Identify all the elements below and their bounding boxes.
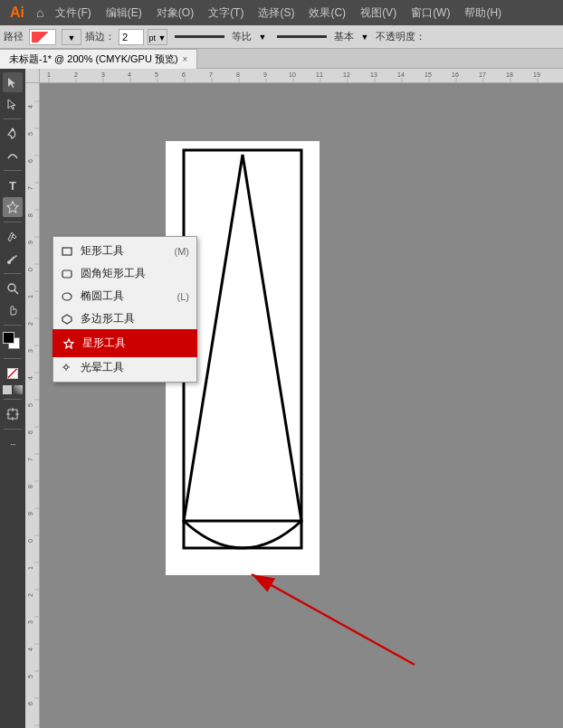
svg-text:0: 0 <box>27 268 33 271</box>
rect-tool-shortcut: (M) <box>175 246 190 257</box>
svg-text:2: 2 <box>27 593 33 597</box>
basic-dropdown[interactable]: ▼ <box>358 29 372 45</box>
svg-text:3: 3 <box>101 71 105 78</box>
svg-text:9: 9 <box>27 512 33 515</box>
left-toolbar: T <box>0 69 25 728</box>
curvature-tool[interactable] <box>3 146 23 165</box>
svg-text:16: 16 <box>452 71 459 78</box>
ruler-top-svg: 1 2 3 4 5 6 7 8 9 <box>40 69 563 83</box>
color-area <box>3 332 23 352</box>
svg-text:6: 6 <box>27 702 33 705</box>
svg-text:10: 10 <box>289 71 296 78</box>
stroke-width-input[interactable] <box>119 29 144 45</box>
ruler-corner <box>25 69 40 83</box>
tab-bar: 未标题-1* @ 200% (CMYK/GPU 预览) × <box>0 49 563 69</box>
svg-text:15: 15 <box>425 71 432 78</box>
stroke-color-picker[interactable] <box>29 29 56 45</box>
color-mode-area <box>3 385 23 394</box>
svg-text:11: 11 <box>316 71 323 78</box>
text-tool[interactable]: T <box>3 175 23 195</box>
svg-text:0: 0 <box>27 539 33 543</box>
document-tab[interactable]: 未标题-1* @ 200% (CMYK/GPU 预览) × <box>0 49 197 69</box>
home-icon[interactable]: ⌂ <box>33 5 47 20</box>
menu-file[interactable]: 文件(F) <box>49 4 97 23</box>
eyedropper-tool[interactable] <box>3 249 23 269</box>
svg-text:18: 18 <box>506 71 513 78</box>
dropdown-item-star[interactable]: 星形工具 <box>53 330 196 356</box>
svg-marker-102 <box>64 339 73 348</box>
dropdown-item-rect[interactable]: 矩形工具 (M) <box>53 240 196 262</box>
main-area: T <box>0 69 563 728</box>
svg-point-0 <box>12 128 14 131</box>
svg-text:4: 4 <box>27 376 33 380</box>
dropdown-item-rounded-rect[interactable]: 圆角矩形工具 <box>53 262 196 285</box>
dropdown-item-flare[interactable]: 光晕工具 <box>53 356 196 379</box>
toolbar-sep4 <box>4 273 22 274</box>
star-tool-icon <box>62 337 75 350</box>
rounded-rect-tool-icon <box>61 268 73 280</box>
menu-window[interactable]: 窗口(W) <box>405 4 456 23</box>
stroke-preview2 <box>277 35 327 38</box>
svg-text:3: 3 <box>27 349 33 353</box>
svg-text:7: 7 <box>27 186 33 190</box>
paint-bucket-tool[interactable] <box>3 227 23 247</box>
menu-text[interactable]: 文字(T) <box>202 4 250 23</box>
svg-line-5 <box>14 290 18 294</box>
svg-line-109 <box>252 574 415 665</box>
color-mode-gradient[interactable] <box>14 385 23 394</box>
color-mode-color[interactable] <box>3 385 12 394</box>
opacity-label: 不透明度： <box>376 30 425 43</box>
menu-object[interactable]: 对象(O) <box>150 4 200 23</box>
canvas-area[interactable]: 1 2 3 4 5 6 7 8 9 <box>25 69 563 728</box>
svg-text:6: 6 <box>27 159 33 163</box>
svg-rect-98 <box>62 248 72 255</box>
zoom-tool[interactable] <box>3 279 23 298</box>
fill-none[interactable] <box>3 364 23 383</box>
hand-tool[interactable] <box>3 300 23 320</box>
equal-dropdown[interactable]: ▼ <box>255 29 270 45</box>
fill-color-front[interactable] <box>3 332 14 344</box>
svg-text:13: 13 <box>370 71 377 78</box>
menu-view[interactable]: 视图(V) <box>354 4 403 23</box>
stroke-unit-select[interactable]: pt ▼ <box>148 29 167 45</box>
select-tool[interactable] <box>3 72 23 92</box>
svg-rect-99 <box>62 270 72 278</box>
ellipse-tool-shortcut: (L) <box>177 291 189 302</box>
svg-text:3: 3 <box>27 620 33 624</box>
path-label: 路径 <box>4 30 24 43</box>
shape-tool[interactable] <box>3 197 23 217</box>
dropdown-item-ellipse[interactable]: 椭圆工具 (L) <box>53 285 196 307</box>
toolbar-sep2 <box>4 170 22 171</box>
direct-select-tool[interactable] <box>3 94 23 114</box>
menu-help[interactable]: 帮助(H) <box>458 4 508 23</box>
menu-effect[interactable]: 效果(C) <box>302 4 352 23</box>
rect-tool-icon <box>61 245 73 258</box>
polygon-tool-label: 多边形工具 <box>81 311 135 326</box>
svg-text:12: 12 <box>343 71 350 78</box>
dropdown-item-polygon[interactable]: 多边形工具 <box>53 307 196 330</box>
svg-point-3 <box>7 260 11 264</box>
menu-select[interactable]: 选择(S) <box>252 4 301 23</box>
artboard-tool[interactable] <box>3 404 23 424</box>
menu-edit[interactable]: 编辑(E) <box>100 4 148 23</box>
equal-label: 等比 <box>232 30 252 43</box>
svg-text:19: 19 <box>533 71 540 78</box>
ellipse-tool-icon <box>61 290 73 303</box>
svg-text:2: 2 <box>74 71 78 78</box>
svg-text:4: 4 <box>27 648 33 651</box>
tab-close-btn[interactable]: × <box>183 54 188 64</box>
ruler-top: 1 2 3 4 5 6 7 8 9 <box>40 69 563 83</box>
stroke-preview <box>175 35 224 38</box>
rect-tool-label: 矩形工具 <box>81 243 124 259</box>
toolbar-sep1 <box>4 118 22 119</box>
basic-label: 基本 <box>334 30 354 43</box>
pen-tool[interactable] <box>3 124 23 144</box>
polygon-tool-icon <box>61 313 73 326</box>
svg-text:6: 6 <box>182 71 186 78</box>
svg-text:5: 5 <box>155 71 158 78</box>
toolbar-sep3 <box>4 222 22 222</box>
toolbar-sep5 <box>4 325 22 326</box>
toolbar-sep7 <box>4 399 22 400</box>
stroke-type-select[interactable]: ▼ <box>62 29 81 45</box>
more-tools[interactable]: ··· <box>3 434 23 454</box>
